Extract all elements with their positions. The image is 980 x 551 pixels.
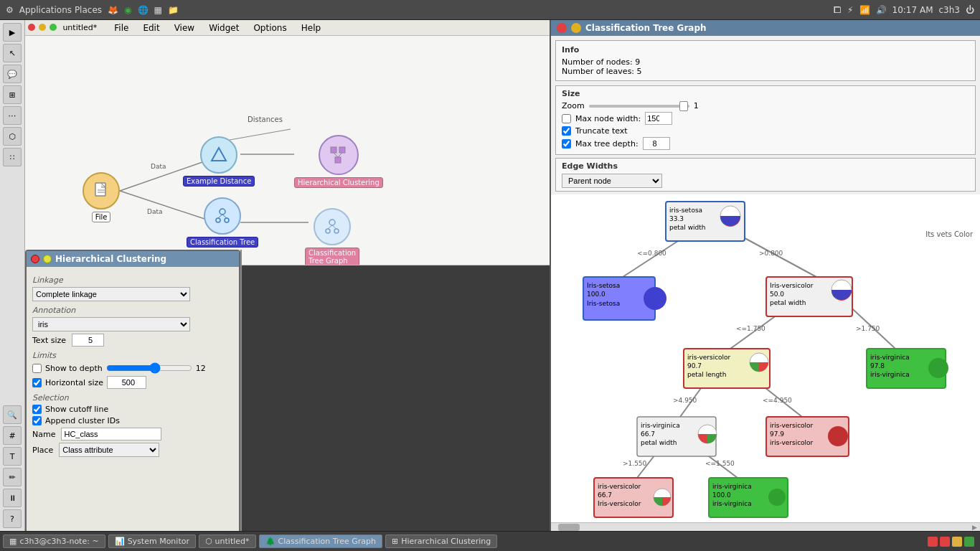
scroll-hint[interactable] [240,250,241,531]
zoom-track[interactable] [589,105,689,108]
terminal-taskbar-icon: ▦ [9,537,17,546]
hc-title: Hierarchical Clustering [55,254,166,264]
sidebar-hash[interactable]: # [3,426,22,445]
file-node-label: File [92,212,111,222]
taskbar-untitled[interactable]: ⬡ untitled* [199,534,256,548]
taskbar-ctg[interactable]: 🌲 Classification Tree Graph [259,534,382,548]
show-to-depth-checkbox[interactable] [32,364,42,373]
sidebar-dots[interactable]: ⋯ [3,106,22,125]
h-scrollbar[interactable]: ▶ [551,522,980,531]
sidebar-network[interactable]: ⬡ [3,127,22,146]
menu-view[interactable]: View [169,22,200,34]
annotation-select[interactable]: iris [32,317,190,331]
workflow-edges-svg: Data Data Distances [25,36,550,265]
firefox-icon[interactable]: 🦊 [108,5,118,15]
dot3 [952,537,962,547]
taskbar-terminal[interactable]: ▦ c3h3@c3h3-note: ~ [3,534,105,548]
linkage-select[interactable]: Complete linkage [32,287,190,301]
horizontal-size-row: Horizontal size [32,376,233,389]
append-cluster-checkbox[interactable] [32,416,42,425]
min-btn[interactable] [39,24,46,31]
power-icon[interactable]: ⏻ [966,5,974,15]
max-node-width-row: Max node width: [562,112,969,125]
rlr-attr: iris-versicolor [770,439,814,446]
show-to-depth-slider[interactable] [106,362,192,374]
menu-options[interactable]: Options [248,22,292,34]
edge-width-select[interactable]: Parent node Number of instances None [562,174,662,188]
show-cutoff-row: Show cutoff line [32,405,233,414]
max-tree-depth-input[interactable] [643,137,670,150]
max-node-width-input[interactable] [645,112,672,125]
hc-close-btn[interactable] [31,255,39,263]
left-leaf-pct: 100.0 [587,291,606,298]
edge-label-rl: <=1.750 [736,325,765,332]
dendro-panel: 1.24 0.83 0.41 0.00 [240,250,242,531]
svg-point-83 [828,426,848,446]
hierarchical-clustering-node[interactable]: Hierarchical Clustering [294,135,383,188]
edge-label-rr: >1.750 [856,325,880,332]
sidebar-arrow[interactable]: ▶ [3,23,22,42]
sidebar-text[interactable]: T [3,447,22,466]
system-icon: ⚙ [6,5,14,15]
rlr-class: iris-versicolor [770,422,814,429]
h-scroll-right-btn[interactable]: ▶ [972,524,980,531]
file-node[interactable]: File [83,172,120,222]
sidebar-dots2[interactable]: ∷ [3,148,22,166]
ctgraph-label: ClassificationTree Graph [305,248,359,265]
max-tree-depth-check[interactable] [562,139,571,149]
close-btn[interactable] [28,24,35,31]
ie-icon[interactable]: 🌐 [138,5,149,15]
classification-tree-node[interactable]: Classification Tree [187,197,258,248]
menu-widget[interactable]: Widget [203,22,245,34]
sidebar-cursor[interactable]: ↖ [3,44,22,62]
tree-canvas[interactable]: Its vets Color [551,194,980,531]
ctg-taskbar-label: Classification Tree Graph [278,537,376,546]
hc-min-btn[interactable] [43,255,52,263]
rl-attr: petal length [687,371,726,378]
rr-class: iris-virginica [870,354,910,361]
max-tree-depth-label: Max tree depth: [575,139,639,149]
svg-line-23 [332,225,336,229]
edge-label-data1: Data [151,163,166,170]
taskbar-sysmon[interactable]: 📊 System Monitor [108,534,196,548]
dot1 [928,537,938,547]
chrome-icon[interactable]: ◉ [124,5,131,15]
right-attr: petal width [770,299,806,306]
sidebar-help[interactable]: ? [3,509,22,528]
text-size-input[interactable] [72,334,104,347]
menu-bar: untitled* File Edit View Widget Options … [25,20,550,36]
truncate-check[interactable] [562,126,571,136]
ctg-min-btn[interactable] [571,23,581,33]
taskbar-hc[interactable]: ⊞ Hierarchical Clustering [385,534,497,548]
sidebar-edit[interactable]: ✏ [3,468,22,486]
sidebar-grid[interactable]: ⊞ [3,85,22,104]
svg-point-15 [216,218,220,222]
applications-menu[interactable]: Applications Places [19,5,102,15]
ctgraph-node[interactable]: ClassificationTree Graph [305,208,359,265]
sidebar-search[interactable]: 🔍 [3,405,22,424]
h-scrollbar-thumb[interactable] [558,524,580,531]
hc-dialog: Hierarchical Clustering Linkage Complete… [25,250,240,531]
svg-point-20 [326,229,330,233]
max-btn[interactable] [50,24,57,31]
text-size-row: Text size [32,334,233,347]
terminal-taskbar-label: c3h3@c3h3-note: ~ [19,537,98,546]
example-distance-node[interactable]: Example Distance [183,136,255,187]
sidebar-pause[interactable]: ⏸ [3,489,22,507]
append-cluster-label: Append cluster IDs [45,416,120,425]
name-input[interactable] [61,428,161,441]
menu-file[interactable]: File [108,22,134,34]
show-cutoff-checkbox[interactable] [32,405,42,414]
horizontal-size-checkbox[interactable] [32,378,42,387]
zoom-thumb[interactable] [679,101,688,111]
ctg-close-btn[interactable] [557,23,567,33]
menu-help[interactable]: Help [296,22,326,34]
horizontal-size-input[interactable] [107,376,146,389]
terminal-icon[interactable]: ▦ [154,5,162,15]
files-icon[interactable]: 📁 [168,5,179,15]
svg-point-21 [334,229,339,233]
place-select[interactable]: Class attribute Meta attribute New table [59,443,159,457]
max-node-width-check[interactable] [562,114,571,123]
menu-edit[interactable]: Edit [137,22,165,34]
sidebar-comment[interactable]: 💬 [3,65,22,83]
